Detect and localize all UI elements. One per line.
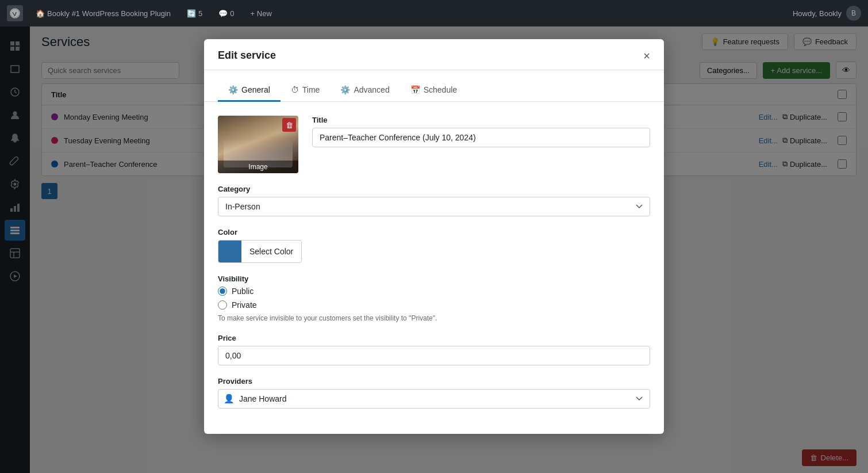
public-label: Public [232,287,254,296]
private-radio[interactable] [218,300,227,310]
admin-bar-updates[interactable]: 🔄 5 [183,7,206,20]
visibility-label: Visibility [218,274,650,283]
select-color-label: Select Color [241,247,301,256]
admin-bar-howdy: Howdy, Bookly B [793,6,861,21]
service-image-area: 🗑 Image Title [218,116,650,173]
visibility-field: Visibility Public Private To make servic… [218,274,650,322]
admin-bar-site[interactable]: 🏠 Bookly #1 WordPress Booking Plugin [32,7,174,20]
comments-icon: 💬 [218,9,228,18]
wp-logo-icon[interactable] [7,5,23,21]
category-select[interactable]: In-Person Online Hybrid [218,197,650,216]
title-input[interactable] [312,128,650,147]
providers-select[interactable]: Jane Howard John Smith [218,389,650,409]
avatar[interactable]: B [846,6,861,21]
title-label: Title [312,116,650,124]
visibility-hint: To make service invisible to your custom… [218,314,650,322]
price-input[interactable] [218,346,650,365]
tab-advanced[interactable]: ⚙️ Advanced [330,79,400,102]
updates-count: 5 [198,9,202,18]
modal-close-button[interactable]: × [643,50,650,62]
modal-header: Edit service × [204,39,664,70]
color-label: Color [218,228,650,236]
advanced-gear-icon: ⚙️ [340,85,350,94]
image-label: Image [218,161,298,173]
providers-select-wrapper: 👤 Jane Howard John Smith [218,389,650,409]
admin-bar-new[interactable]: + New [247,7,275,20]
visibility-public-option[interactable]: Public [218,287,650,296]
visibility-radio-group: Public Private [218,287,650,310]
comments-count: 0 [230,9,234,18]
visibility-private-option[interactable]: Private [218,300,650,310]
image-delete-button[interactable]: 🗑 [282,118,296,132]
modal-body: 🗑 Image Title Category In-Person Online … [204,102,664,434]
private-label: Private [232,300,257,310]
howdy-label: Howdy, Bookly [793,9,842,18]
gear-icon: ⚙️ [228,85,238,94]
admin-bar: 🏠 Bookly #1 WordPress Booking Plugin 🔄 5… [0,0,868,26]
modal-tabs: ⚙️ General ⏱ Time ⚙️ Advanced 📅 Schedule [204,70,664,102]
color-swatch [218,241,241,262]
title-area: Title [312,116,650,173]
new-label: + New [251,9,272,18]
tab-schedule[interactable]: 📅 Schedule [400,79,467,102]
site-name: Bookly #1 WordPress Booking Plugin [47,9,171,18]
category-label: Category [218,185,650,193]
updates-icon: 🔄 [187,9,196,18]
modal-title: Edit service [218,49,276,62]
house-icon: 🏠 [36,9,45,18]
price-label: Price [218,334,650,342]
admin-bar-comments[interactable]: 💬 0 [215,7,237,20]
clock-icon: ⏱ [291,85,299,94]
category-field: Category In-Person Online Hybrid [218,185,650,216]
modal-overlay[interactable]: Edit service × ⚙️ General ⏱ Time ⚙️ Adva… [0,0,868,473]
providers-field: Providers 👤 Jane Howard John Smith [218,377,650,409]
edit-service-modal: Edit service × ⚙️ General ⏱ Time ⚙️ Adva… [204,39,664,434]
providers-label: Providers [218,377,650,386]
select-color-button[interactable]: Select Color [218,240,302,263]
tab-time[interactable]: ⏱ Time [281,79,331,102]
color-field: Color Select Color [218,228,650,263]
price-field: Price [218,334,650,365]
tab-general[interactable]: ⚙️ General [218,79,281,102]
public-radio[interactable] [218,287,227,296]
image-container: 🗑 Image [218,116,298,173]
calendar-icon: 📅 [410,85,420,94]
trash-icon-small: 🗑 [286,121,293,129]
